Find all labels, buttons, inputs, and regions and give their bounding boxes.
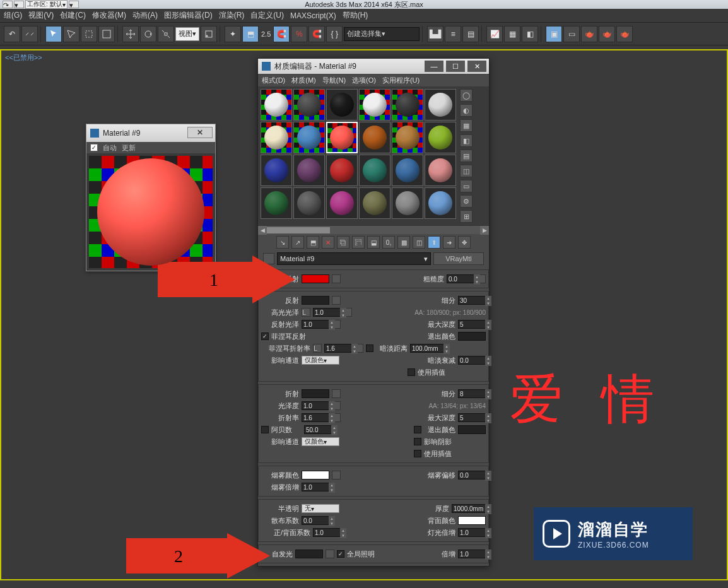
make-unique-icon[interactable]: ⿸ xyxy=(352,236,365,249)
reflect-chan-combo[interactable]: 仅颜色 ▾ xyxy=(302,356,339,365)
abbe-checkbox[interactable] xyxy=(261,426,269,433)
fog-bias-spinner[interactable]: 0.0▲▼ xyxy=(458,471,486,479)
scroll-thumb[interactable] xyxy=(267,227,330,233)
qa-dropdown-icon[interactable]: ▾ xyxy=(14,1,24,8)
material-type-button[interactable]: VRayMtl xyxy=(433,252,484,265)
diffuse-map-button[interactable] xyxy=(332,274,341,283)
select-region-icon[interactable] xyxy=(81,26,97,42)
spinner-snap-icon[interactable]: 🧲 xyxy=(308,26,325,42)
hg-lock[interactable]: L xyxy=(302,308,310,317)
select-window-icon[interactable] xyxy=(98,26,115,42)
teapot2-icon[interactable]: 🫖 xyxy=(599,26,615,42)
gi-checkbox[interactable]: ✓ xyxy=(337,550,344,558)
refcoord-combo[interactable]: 视图 ▾ xyxy=(175,27,199,41)
sample-slot-15[interactable] xyxy=(359,155,390,186)
go-forward-icon[interactable]: ➜ xyxy=(443,236,455,249)
sample-opts-icon[interactable]: ⚙ xyxy=(460,195,473,208)
refract-depth-spinner[interactable]: 5▲▼ xyxy=(458,413,486,422)
named-selset-combo[interactable]: 创建选择集 ▾ xyxy=(344,27,420,41)
sample-checker-icon[interactable]: ▦ xyxy=(460,119,473,132)
sample-bg-icon[interactable]: ▤ xyxy=(460,150,473,162)
refract-shadow-checkbox[interactable] xyxy=(414,438,421,445)
me-min-button[interactable]: — xyxy=(425,61,443,72)
make-copy-icon[interactable]: ⿻ xyxy=(337,236,349,249)
me-menu-navigate[interactable]: 导航(N) xyxy=(322,76,346,85)
reflect-subdiv-spinner[interactable]: 30▲▼ xyxy=(458,296,486,305)
reflect-color[interactable] xyxy=(302,296,329,305)
sample-slot-6[interactable] xyxy=(261,122,292,153)
align-icon[interactable]: ≡ xyxy=(445,26,461,42)
fog-color[interactable] xyxy=(302,471,329,479)
scatter-spinner[interactable]: 0.0▲▼ xyxy=(302,516,329,525)
me-menu-options[interactable]: 选项(O) xyxy=(352,76,376,85)
refract-exit-color[interactable] xyxy=(458,425,486,434)
scroll-right-icon[interactable]: ▶ xyxy=(480,226,489,235)
menu-help[interactable]: 帮助(H) xyxy=(343,10,368,21)
fog-mult-spinner[interactable]: 1.0▲▼ xyxy=(302,483,329,491)
sample-slot-3[interactable] xyxy=(359,89,390,121)
percent-snap-icon[interactable]: % xyxy=(291,26,307,42)
teapot3-icon[interactable]: 🫖 xyxy=(616,26,633,42)
qa-redo-icon[interactable]: ↷ xyxy=(3,1,13,8)
mirror-icon[interactable]: ▙▟ xyxy=(427,26,443,42)
matprev-auto-checkbox[interactable]: ✓ xyxy=(90,144,98,151)
sample-slot-7[interactable] xyxy=(293,122,325,153)
sample-sphere-icon[interactable]: ◯ xyxy=(460,89,473,102)
menu-modifier[interactable]: 修改器(M) xyxy=(92,10,126,21)
reset-icon[interactable]: ✕ xyxy=(322,236,334,249)
sample-video-icon[interactable]: ▭ xyxy=(460,180,473,192)
assign-icon[interactable]: ⬒ xyxy=(307,236,319,249)
sample-slot-1[interactable] xyxy=(293,89,325,121)
rough-spinner[interactable]: 0.0▲▼ xyxy=(447,274,474,283)
trans-thick-spinner[interactable]: 1000.0mm▲▼ xyxy=(452,504,486,513)
me-menu-mode[interactable]: 模式(D) xyxy=(262,76,285,85)
rg-spinner[interactable]: 1.0▲▼ xyxy=(302,320,329,329)
snap-icon[interactable]: ⬒ xyxy=(242,26,259,42)
back-color[interactable] xyxy=(458,516,486,525)
fresnel-checkbox[interactable]: ✓ xyxy=(261,332,269,340)
sample-slot-0[interactable] xyxy=(261,89,292,121)
menu-render[interactable]: 渲染(R) xyxy=(219,10,245,21)
refract-interp-checkbox[interactable] xyxy=(414,450,421,457)
refract-chan-combo[interactable]: 仅颜色 ▾ xyxy=(302,437,339,446)
sample-backlight-icon[interactable]: ◧ xyxy=(460,134,473,147)
dimdist-spinner[interactable]: 100.0mm▲▼ xyxy=(410,344,444,353)
exit-color[interactable] xyxy=(458,332,486,341)
material-editor-icon[interactable]: ◧ xyxy=(522,26,538,42)
sample-slot-8[interactable] xyxy=(326,122,358,153)
sample-uv-icon[interactable]: ◫ xyxy=(460,165,473,177)
me-close-button[interactable]: ✕ xyxy=(467,61,486,72)
trans-mode-combo[interactable]: 无 ▾ xyxy=(302,504,339,513)
sample-slot-21[interactable] xyxy=(359,187,390,219)
selfillum-mult-spinner[interactable]: 1.0▲▼ xyxy=(458,550,486,558)
teapot1-icon[interactable]: 🫖 xyxy=(581,26,597,42)
me-max-button[interactable]: ☐ xyxy=(446,61,465,72)
sample-slot-5[interactable] xyxy=(425,89,456,121)
swatch-scrollbar[interactable]: ◀ ▶ xyxy=(258,225,489,234)
menu-maxscript[interactable]: MAXScript(X) xyxy=(290,11,336,20)
sample-slot-22[interactable] xyxy=(392,187,423,219)
schematic-icon[interactable]: ▦ xyxy=(504,26,520,42)
sample-slot-12[interactable] xyxy=(261,155,292,186)
refract-map-button[interactable] xyxy=(332,389,341,398)
menu-create[interactable]: 创建(C) xyxy=(60,10,86,21)
sample-slot-4[interactable] xyxy=(392,89,423,121)
link-icon[interactable] xyxy=(21,26,38,42)
sample-slot-17[interactable] xyxy=(425,155,456,186)
dimdist-checkbox[interactable] xyxy=(366,344,373,352)
put-material-icon[interactable]: ↗ xyxy=(291,236,304,249)
pivot-icon[interactable] xyxy=(201,26,217,42)
curve-editor-icon[interactable]: 📈 xyxy=(486,26,503,42)
show-end-icon[interactable]: ◫ xyxy=(413,236,425,249)
render-frame-icon[interactable]: ▭ xyxy=(563,26,580,42)
sample-slot-11[interactable] xyxy=(425,122,456,153)
undo-icon[interactable]: ↶ xyxy=(4,26,20,42)
dimfall-spinner[interactable]: 0.0▲▼ xyxy=(458,356,486,365)
select-cursor-icon[interactable] xyxy=(63,26,79,42)
me-menu-material[interactable]: 材质(M) xyxy=(291,76,316,85)
layer-icon[interactable]: ▤ xyxy=(462,26,479,42)
sample-light-icon[interactable]: ◐ xyxy=(460,104,473,117)
reflect-depth-spinner[interactable]: 5▲▼ xyxy=(458,320,486,329)
hg-spinner[interactable]: 1.0▲▼ xyxy=(313,308,341,317)
menu-view[interactable]: 视图(V) xyxy=(28,10,54,21)
